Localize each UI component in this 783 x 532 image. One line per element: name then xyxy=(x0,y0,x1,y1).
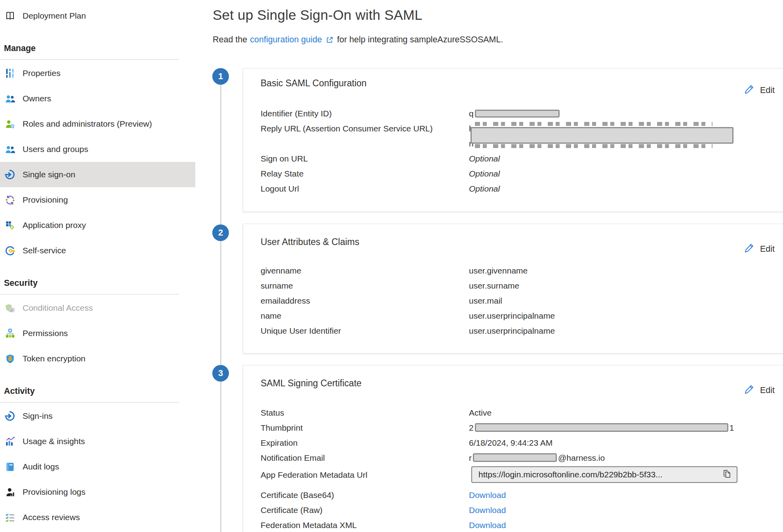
sidebar-item-users-and-groups[interactable]: Users and groups xyxy=(0,137,195,162)
download-certificate-raw-link[interactable]: Download xyxy=(469,503,506,518)
field-label: Expiration xyxy=(261,435,469,450)
metadata-url-value: https://login.microsoftonline.com/b229b2… xyxy=(478,467,719,482)
edit-label: Edit xyxy=(760,244,775,254)
sidebar-item-sign-ins[interactable]: Sign-ins xyxy=(0,403,195,429)
sidebar-item-usage-insights[interactable]: Usage & insights xyxy=(0,429,195,454)
sidebar-item-label: Deployment Plan xyxy=(23,11,86,21)
redaction-bar xyxy=(471,127,733,144)
redaction-bar xyxy=(473,453,557,462)
claim-row: Unique User Identifier user.userprincipa… xyxy=(261,323,783,338)
person-cube-icon xyxy=(4,118,16,130)
checklist-icon xyxy=(4,511,16,523)
claim-value: user.mail xyxy=(469,293,502,308)
sidebar-item-permissions[interactable]: Permissions xyxy=(0,321,195,346)
field-row-federation-metadata-xml: Federation Metadata XML Download xyxy=(261,518,783,532)
page-title: Set up Single Sign-On with SAML xyxy=(213,7,423,23)
intro-prefix: Read the xyxy=(213,35,247,45)
metadata-url-field[interactable]: https://login.microsoftonline.com/b229b2… xyxy=(471,466,737,483)
sidebar-item-single-sign-on[interactable]: Single sign-on xyxy=(0,162,195,187)
field-row-certificate-base64: Certificate (Base64) Download xyxy=(261,488,783,503)
field-label: Status xyxy=(261,405,469,420)
key-ring-icon xyxy=(4,245,16,256)
obscured-text-fragments xyxy=(475,144,713,148)
field-row-status: Status Active xyxy=(261,405,783,420)
sidebar: Deployment Plan Manage Properties Owners… xyxy=(0,0,195,532)
field-label: Thumbprint xyxy=(261,420,469,435)
sidebar-item-token-encryption[interactable]: Token encryption xyxy=(0,346,195,371)
download-federation-metadata-xml-link[interactable]: Download xyxy=(469,518,506,532)
configuration-guide-link[interactable]: configuration guide xyxy=(250,35,322,45)
claim-row: givenname user.givenname xyxy=(261,263,783,278)
field-row-expiration: Expiration 6/18/2024, 9:44:23 AM xyxy=(261,435,783,450)
card-title: User Attributes & Claims xyxy=(261,237,783,247)
claim-row: emailaddress user.mail xyxy=(261,293,783,308)
field-row-thumbprint: Thumbprint 21 xyxy=(261,420,783,435)
sidebar-item-label: Usage & insights xyxy=(23,437,85,446)
sidebar-item-audit-logs[interactable]: Audit logs xyxy=(0,454,195,479)
field-label: Sign on URL xyxy=(261,151,469,166)
field-value-redacted: q xyxy=(469,106,561,121)
sidebar-item-self-service[interactable]: Self-service xyxy=(0,238,195,263)
field-row-relay-state: Relay State Optional xyxy=(261,166,783,181)
shield-lock-icon xyxy=(4,353,16,365)
claim-value: user.userprincipalname xyxy=(469,323,555,338)
field-label: Identifier (Entity ID) xyxy=(261,106,469,121)
field-label: Relay State xyxy=(261,166,469,181)
pencil-icon xyxy=(744,84,755,97)
pencil-icon xyxy=(744,384,755,397)
pencil-icon xyxy=(744,242,755,256)
claim-value: user.givenname xyxy=(469,263,528,278)
sidebar-item-owners[interactable]: Owners xyxy=(0,86,195,111)
claim-row: name user.userprincipalname xyxy=(261,308,783,323)
edit-signing-certificate-button[interactable]: Edit xyxy=(744,384,775,397)
people-icon xyxy=(4,143,16,155)
field-row-notification-email: Notification Email r@harness.io xyxy=(261,450,783,466)
sidebar-item-label: Roles and administrators (Preview) xyxy=(23,119,152,129)
claim-name: givenname xyxy=(261,263,469,278)
redaction-bar xyxy=(475,110,560,118)
people-icon xyxy=(4,93,16,104)
edit-user-attributes-button[interactable]: Edit xyxy=(744,242,775,256)
copy-button[interactable] xyxy=(722,469,733,481)
field-row-reply-url: Reply URL (Assertion Consumer Service UR… xyxy=(261,121,783,151)
sidebar-item-provisioning[interactable]: Provisioning xyxy=(0,187,195,213)
step-badge-2: 2 xyxy=(212,224,229,241)
divider xyxy=(0,402,179,403)
card-title: Basic SAML Configuration xyxy=(261,78,783,89)
sidebar-item-label: Audit logs xyxy=(23,462,59,471)
download-certificate-base64-link[interactable]: Download xyxy=(469,488,506,503)
claim-value: user.userprincipalname xyxy=(469,308,555,323)
sidebar-item-application-proxy[interactable]: Application proxy xyxy=(0,213,195,238)
field-label: App Federation Metadata Url xyxy=(261,466,469,486)
sidebar-item-label: Permissions xyxy=(23,329,68,338)
sidebar-item-label: Token encryption xyxy=(23,354,86,363)
claim-name: name xyxy=(261,308,469,323)
claim-name: emailaddress xyxy=(261,293,469,308)
field-value: Optional xyxy=(469,181,500,196)
user-attributes-claims-card: User Attributes & Claims Edit givenname … xyxy=(243,224,783,353)
claim-row: surname user.surname xyxy=(261,278,783,293)
field-label: Certificate (Raw) xyxy=(261,503,469,518)
field-value-redacted: r@harness.io xyxy=(469,450,605,466)
sign-in-circle-icon xyxy=(4,410,16,422)
sliders-icon xyxy=(4,67,16,79)
sidebar-item-properties[interactable]: Properties xyxy=(0,61,195,86)
external-link-icon xyxy=(326,36,333,44)
divider xyxy=(0,59,179,60)
chart-insights-icon xyxy=(4,435,16,447)
divider xyxy=(0,294,179,294)
saml-signing-certificate-card: SAML Signing Certificate Edit Status Act… xyxy=(243,365,783,532)
sidebar-item-access-reviews[interactable]: Access reviews xyxy=(0,505,195,530)
redaction-bar xyxy=(475,423,728,432)
step-badge-1: 1 xyxy=(212,68,229,85)
grid-diamond-icon xyxy=(4,219,16,231)
field-value-redacted: 21 xyxy=(469,420,734,435)
sidebar-item-deployment-plan[interactable]: Deployment Plan xyxy=(0,3,195,28)
sidebar-item-roles-administrators[interactable]: Roles and administrators (Preview) xyxy=(0,111,195,137)
org-chart-icon xyxy=(4,327,16,339)
sidebar-item-provisioning-logs[interactable]: Provisioning logs xyxy=(0,479,195,505)
edit-basic-saml-button[interactable]: Edit xyxy=(744,84,775,97)
sidebar-item-label: Provisioning logs xyxy=(23,487,86,497)
copy-icon xyxy=(722,469,733,481)
shield-list-icon xyxy=(4,302,16,314)
